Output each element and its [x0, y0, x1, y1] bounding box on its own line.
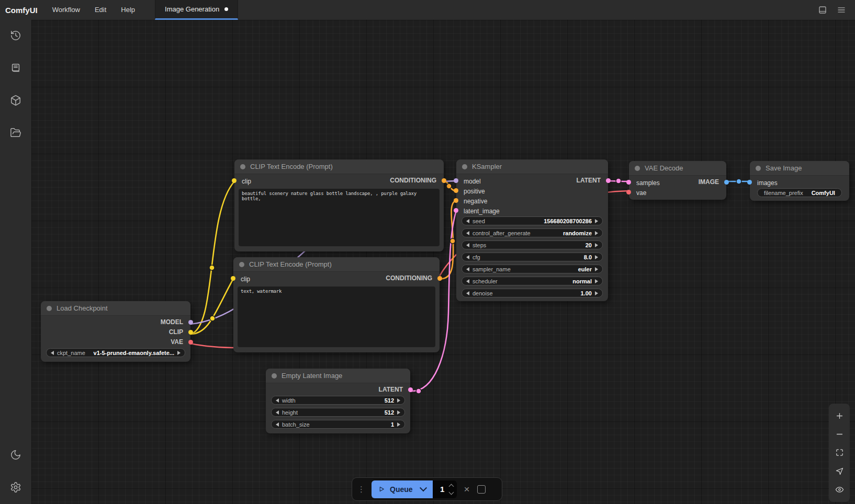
- decrement-icon[interactable]: [51, 351, 54, 355]
- output-port-clip[interactable]: [188, 330, 193, 335]
- model-library-icon[interactable]: [5, 90, 26, 111]
- widget-control-after-generate[interactable]: control_after_generate randomize: [462, 228, 603, 237]
- clear-x-icon[interactable]: ×: [463, 484, 471, 494]
- queue-log-icon[interactable]: [5, 58, 26, 78]
- widget-filename-prefix[interactable]: filename_prefix ComfyUI: [757, 188, 842, 197]
- increment-icon[interactable]: [595, 291, 598, 295]
- settings-gear-icon[interactable]: [5, 477, 26, 498]
- widget-seed[interactable]: seed 156680208700286: [462, 216, 603, 225]
- decrement-icon[interactable]: [276, 398, 279, 403]
- input-port-images[interactable]: [747, 180, 752, 185]
- menu-workflow[interactable]: Workflow: [45, 0, 87, 20]
- widget-cfg[interactable]: cfg 8.0: [462, 253, 603, 261]
- node-ksampler[interactable]: KSampler model LATENT positive negative: [456, 159, 608, 301]
- node-header[interactable]: VAE Decode: [629, 161, 726, 176]
- increment-icon[interactable]: [177, 351, 181, 355]
- input-port-positive[interactable]: [454, 188, 458, 193]
- count-spinner[interactable]: [449, 485, 453, 494]
- theme-moon-icon[interactable]: [5, 444, 26, 465]
- collapse-dot[interactable]: [635, 166, 640, 171]
- increment-icon[interactable]: [595, 267, 598, 271]
- input-port-vae[interactable]: [626, 190, 631, 194]
- node-header[interactable]: KSampler: [456, 159, 608, 174]
- increment-icon[interactable]: [595, 255, 598, 259]
- node-header[interactable]: Empty Latent Image: [266, 369, 410, 383]
- decrement-icon[interactable]: [466, 255, 469, 259]
- widget-steps[interactable]: steps 20: [462, 240, 603, 249]
- select-mode-button[interactable]: [830, 463, 849, 479]
- prompt-textarea[interactable]: text, watermark: [238, 287, 435, 347]
- increment-icon[interactable]: [595, 243, 598, 247]
- decrement-icon[interactable]: [276, 422, 279, 427]
- collapse-dot[interactable]: [272, 373, 277, 379]
- collapse-dot[interactable]: [239, 262, 244, 267]
- collapse-dot[interactable]: [756, 166, 761, 171]
- node-clip-text-encode-negative[interactable]: CLIP Text Encode (Prompt) clip CONDITION…: [233, 257, 440, 352]
- node-clip-text-encode-positive[interactable]: CLIP Text Encode (Prompt) clip CONDITION…: [234, 159, 444, 251]
- increment-icon[interactable]: [595, 231, 598, 235]
- decrement-icon[interactable]: [466, 243, 469, 247]
- input-port-clip[interactable]: [232, 178, 237, 183]
- increment-icon[interactable]: [397, 398, 400, 403]
- queue-button[interactable]: Queue: [372, 480, 433, 498]
- widget-ckpt-name[interactable]: ckpt_name v1-5-pruned-emaonly.safete...: [46, 348, 185, 357]
- panel-bottom-icon[interactable]: [817, 5, 828, 15]
- fit-view-button[interactable]: [830, 445, 849, 461]
- history-icon[interactable]: [5, 25, 26, 46]
- output-port-conditioning[interactable]: [437, 276, 442, 281]
- menu-help[interactable]: Help: [114, 0, 142, 20]
- output-port-vae[interactable]: [188, 340, 193, 345]
- chevron-down-icon[interactable]: [420, 484, 427, 491]
- output-port-model[interactable]: [188, 320, 193, 325]
- input-port-model[interactable]: [454, 178, 458, 183]
- batch-count-input[interactable]: 1: [433, 480, 457, 498]
- node-header[interactable]: CLIP Text Encode (Prompt): [233, 257, 440, 272]
- hamburger-menu-icon[interactable]: [836, 5, 847, 15]
- input-port-latent-image[interactable]: [454, 208, 458, 213]
- zoom-in-button[interactable]: [830, 408, 849, 424]
- node-header[interactable]: Load Checkpoint: [41, 301, 190, 316]
- prompt-textarea[interactable]: beautiful scenery nature glass bottle la…: [239, 189, 440, 246]
- collapse-dot[interactable]: [240, 164, 245, 169]
- toggle-visibility-button[interactable]: [830, 482, 849, 497]
- increment-icon[interactable]: [595, 219, 598, 223]
- workflows-folder-icon[interactable]: [5, 122, 26, 143]
- widget-height[interactable]: height 512: [271, 408, 405, 417]
- increment-icon[interactable]: [595, 279, 598, 283]
- decrement-icon[interactable]: [466, 231, 469, 235]
- widget-denoise[interactable]: denoise 1.00: [462, 289, 603, 297]
- increment-icon[interactable]: [397, 422, 400, 427]
- node-save-image[interactable]: Save Image images filename_prefix ComfyU…: [750, 161, 849, 201]
- input-port-negative[interactable]: [454, 198, 458, 203]
- node-empty-latent-image[interactable]: Empty Latent Image LATENT width 512 heig…: [266, 369, 410, 433]
- decrement-icon[interactable]: [466, 267, 469, 271]
- widget-width[interactable]: width 512: [271, 396, 405, 405]
- node-load-checkpoint[interactable]: Load Checkpoint MODEL CLIP VAE ckpt_name…: [41, 301, 190, 362]
- input-port-samples[interactable]: [626, 180, 631, 185]
- node-vae-decode[interactable]: VAE Decode samples IMAGE vae: [629, 161, 726, 200]
- top-menubar: ComfyUI Workflow Edit Help Image Generat…: [0, 0, 855, 20]
- output-port-latent[interactable]: [606, 178, 611, 183]
- menu-edit[interactable]: Edit: [87, 0, 114, 20]
- drag-handle-icon[interactable]: ⋮: [357, 485, 365, 493]
- decrement-icon[interactable]: [466, 279, 469, 283]
- widget-scheduler[interactable]: scheduler normal: [462, 277, 603, 285]
- collapse-dot[interactable]: [47, 306, 52, 311]
- stop-square-icon[interactable]: [477, 485, 486, 494]
- increment-icon[interactable]: [397, 410, 400, 415]
- output-port-image[interactable]: [724, 180, 729, 185]
- widget-batch-size[interactable]: batch_size 1: [271, 420, 405, 429]
- node-header[interactable]: Save Image: [750, 161, 849, 176]
- widget-sampler-name[interactable]: sampler_name euler: [462, 265, 603, 273]
- node-graph-canvas[interactable]: Load Checkpoint MODEL CLIP VAE ckpt_name…: [31, 20, 855, 504]
- tab-image-generation[interactable]: Image Generation: [155, 0, 238, 20]
- decrement-icon[interactable]: [466, 219, 469, 223]
- decrement-icon[interactable]: [276, 410, 279, 415]
- output-port-conditioning[interactable]: [442, 178, 446, 183]
- zoom-out-button[interactable]: [830, 427, 849, 442]
- collapse-dot[interactable]: [462, 164, 467, 169]
- input-port-clip[interactable]: [231, 276, 235, 281]
- decrement-icon[interactable]: [466, 291, 469, 295]
- node-header[interactable]: CLIP Text Encode (Prompt): [234, 159, 444, 174]
- output-port-latent[interactable]: [408, 387, 413, 392]
